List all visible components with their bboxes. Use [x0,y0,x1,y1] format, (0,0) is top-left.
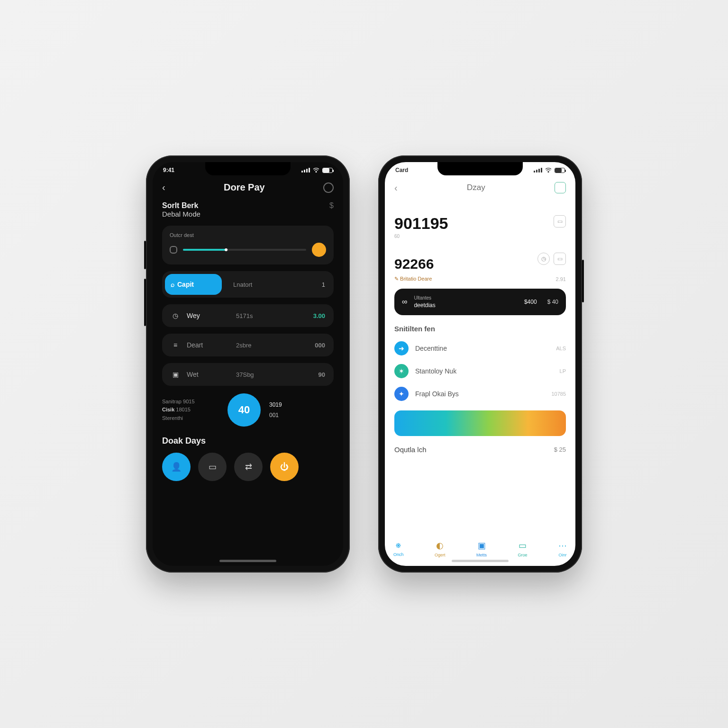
list-item[interactable]: ➜ Decenttine ALS [394,341,566,355]
currency-icon[interactable]: $ [329,201,334,210]
list-row-3[interactable]: ▣ Wet 37Sbg 90 [162,363,334,386]
tab-home[interactable]: ⎈Onch [393,540,404,557]
account-mode: Debal Mode [162,210,200,218]
signal-icon [534,168,542,173]
account-name: Sorlt Berk [162,201,200,210]
list-item[interactable]: ✶ Stantoloy Nuk LP [394,364,566,378]
quick-btn-card[interactable]: ▭ [198,453,227,481]
slider-start-icon [170,246,177,254]
phone-dark: 9:41 ‹ Dore Pay Sorlt Berk Debal Mode $ [146,155,350,573]
menu-icon: ≡ [171,341,180,349]
battery-icon [322,168,333,173]
section-title: Snitilten fen [394,325,566,333]
home-indicator[interactable] [452,560,509,562]
gradient-bar[interactable] [394,410,566,436]
quick-actions: 👤 ▭ ⇄ ⏻ [162,453,334,481]
back-icon[interactable]: ‹ [394,182,398,193]
summary-card[interactable]: ∞ Ultantes deetdias $400 $ 40 [394,289,566,315]
list-row-1[interactable]: ◷ Wey 5171s 3.00 [162,304,334,327]
metric-value: 3019 [269,401,282,408]
card-icon[interactable]: ▭ [554,215,566,228]
segment-value: 1 [322,281,325,288]
settings-icon[interactable] [555,182,566,193]
tab-wallet[interactable]: ◐Ogert [435,540,446,557]
tab-bar: ⎈Onch ◐Ogert ▣Metts ▭Groe ⋯Oinr [385,540,575,557]
segment-active[interactable]: ⌕ Capit [165,274,222,295]
card-bottom-label: deetdias [414,302,435,309]
card-amount: $ 40 [547,299,558,305]
balance-primary: 901195 [394,214,448,233]
row-label: Deart [187,341,229,349]
card-top-label: Ultantes [414,295,435,300]
status-time: Card [395,167,408,173]
row-mid: 5171s [236,312,307,319]
segmented-control: ⌕ Capit Lnatort 1 [162,271,334,298]
item-icon: ➜ [394,341,409,355]
link-icon: ∞ [402,298,407,306]
slider-card: Outcr dest [162,226,334,264]
wifi-icon [313,168,319,173]
list-item[interactable]: ✦ Frapl Okai Bys 10785 [394,387,566,401]
wallet-icon: ▣ [171,371,180,378]
row-value: 90 [318,371,325,378]
card-amount: $400 [524,299,537,305]
overview-row[interactable]: Oqutla lch $ 25 [394,446,566,454]
sub-caption: ✎ Britatio Deare [394,276,432,282]
row-mid: 2sbre [236,342,308,349]
tab-label: Groe [518,553,528,557]
item-label: Stantoloy Nuk [415,367,553,375]
list-row-2[interactable]: ≡ Deart 2sbre 000 [162,334,334,356]
segment-label[interactable]: Lnatort [233,281,252,288]
home-indicator[interactable] [219,560,276,562]
item-value: LP [560,368,566,374]
slider[interactable] [183,249,306,251]
refresh-icon[interactable] [323,182,334,193]
metrics: Sanitrap 9015 Cisik 18015 Sterenthi 40 3… [162,393,334,427]
balance-primary-sub: 60 [394,234,448,239]
overview-label: Oqutla lch [394,446,427,454]
item-icon: ✶ [394,364,409,378]
tab-more[interactable]: ⋯Oinr [558,540,567,557]
page-title: Dore Pay [224,182,265,193]
status-time: 9:41 [163,167,174,173]
item-value: ALS [556,346,566,351]
tab-stats[interactable]: ▣Metts [476,540,487,557]
metrics-line: Sterenthi [162,414,219,423]
tab-label: Ogert [435,553,446,557]
clock-icon[interactable]: ◷ [537,253,550,265]
notch [437,162,523,175]
sub-value: 2.91 [556,276,566,282]
item-value: 10785 [551,391,566,397]
quick-btn-profile[interactable]: 👤 [162,453,191,481]
metric-bubble[interactable]: 40 [228,393,261,427]
back-icon[interactable]: ‹ [162,182,165,193]
balance-secondary: 92266 [394,256,434,272]
row-label: Wet [187,371,229,378]
notch [205,162,291,175]
row-value: 000 [315,342,325,349]
tab-label: Onch [393,552,404,557]
quick-btn-power[interactable]: ⏻ [270,453,299,481]
item-label: Decenttine [415,345,549,352]
row-value: 3.00 [313,312,325,319]
row-label: Wey [187,312,229,319]
tab-cards[interactable]: ▭Groe [518,540,528,557]
page-title: Dzay [467,183,485,192]
item-label: Frapl Okai Bys [415,390,545,398]
slider-label: Outcr dest [170,232,326,238]
wifi-icon [545,168,552,173]
slider-end-icon[interactable] [312,243,326,257]
card-icon[interactable]: ▭ [554,253,566,265]
clock-icon: ◷ [171,312,180,319]
signal-icon [301,168,310,173]
metrics-line: Sanitrap 9015 [162,398,219,406]
battery-icon [555,168,565,173]
search-icon: ⌕ [171,281,174,288]
overview-value: $ 25 [554,446,566,453]
phone-light: Card ‹ Dzay 901195 60 ▭ 92266 [378,155,582,573]
quick-btn-transfer[interactable]: ⇄ [234,453,263,481]
tab-label: Oinr [558,553,566,557]
section-title: Doak Days [162,436,334,446]
row-mid: 37Sbg [236,371,312,378]
segment-active-label: Capit [177,281,194,288]
